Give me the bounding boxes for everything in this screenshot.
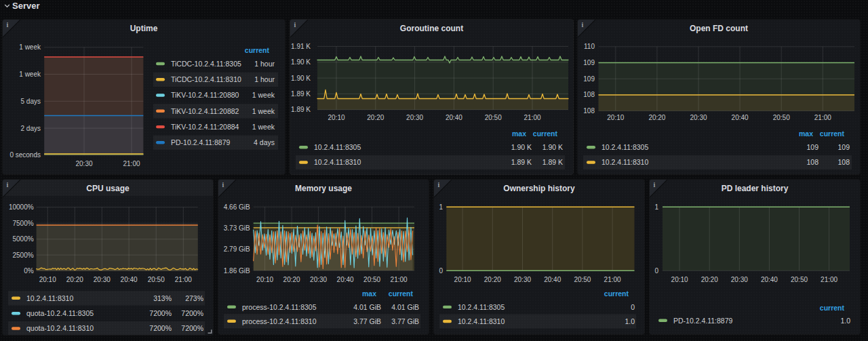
svg-text:4 days: 4 days bbox=[254, 138, 275, 146]
svg-text:process-10.2.4.11:8310: process-10.2.4.11:8310 bbox=[242, 317, 317, 325]
svg-text:10.2.4.11:8310: 10.2.4.11:8310 bbox=[601, 158, 648, 166]
svg-text:20:10: 20:10 bbox=[607, 114, 624, 121]
svg-text:max: max bbox=[362, 289, 376, 298]
svg-text:7500%: 7500% bbox=[12, 220, 33, 227]
svg-text:7200%: 7200% bbox=[181, 324, 203, 332]
svg-text:20:20: 20:20 bbox=[648, 114, 665, 121]
svg-text:current: current bbox=[389, 289, 414, 298]
svg-text:10.2.4.11:8310: 10.2.4.11:8310 bbox=[26, 294, 73, 302]
svg-text:20:40: 20:40 bbox=[761, 276, 778, 283]
svg-text:20:10: 20:10 bbox=[39, 276, 56, 283]
svg-text:i: i bbox=[222, 181, 224, 188]
svg-text:0: 0 bbox=[654, 267, 658, 275]
svg-text:PD-10.2.4.11:8879: PD-10.2.4.11:8879 bbox=[171, 138, 231, 146]
svg-text:20:20: 20:20 bbox=[283, 276, 300, 283]
svg-text:4.01 GiB: 4.01 GiB bbox=[391, 303, 419, 311]
svg-text:i: i bbox=[582, 21, 584, 28]
svg-text:20:20: 20:20 bbox=[484, 276, 501, 283]
svg-text:20:10: 20:10 bbox=[671, 276, 688, 283]
svg-text:20:10: 20:10 bbox=[454, 276, 471, 283]
svg-text:20:30: 20:30 bbox=[406, 114, 423, 121]
svg-text:1.0: 1.0 bbox=[625, 317, 635, 325]
svg-text:20:10: 20:10 bbox=[328, 114, 344, 121]
svg-text:i: i bbox=[654, 181, 656, 188]
svg-text:20:30: 20:30 bbox=[75, 160, 92, 167]
svg-text:20:50: 20:50 bbox=[773, 114, 790, 121]
svg-text:20:30: 20:30 bbox=[690, 114, 707, 121]
svg-text:CPU usage: CPU usage bbox=[86, 184, 130, 193]
svg-text:20:20: 20:20 bbox=[66, 276, 83, 283]
svg-text:1.91 K: 1.91 K bbox=[291, 43, 311, 50]
svg-text:1: 1 bbox=[654, 203, 658, 211]
svg-text:313%: 313% bbox=[153, 294, 172, 302]
svg-text:20:20: 20:20 bbox=[367, 114, 384, 121]
svg-text:20:50: 20:50 bbox=[791, 276, 808, 283]
svg-text:108: 108 bbox=[583, 107, 595, 115]
svg-text:1.89 K: 1.89 K bbox=[542, 158, 563, 166]
svg-text:21:00: 21:00 bbox=[123, 160, 140, 167]
svg-text:1.90 K: 1.90 K bbox=[511, 143, 532, 151]
svg-text:1 week: 1 week bbox=[252, 107, 275, 115]
svg-text:i: i bbox=[7, 181, 9, 188]
svg-text:0: 0 bbox=[631, 303, 635, 311]
svg-text:20:40: 20:40 bbox=[337, 276, 354, 283]
svg-text:0%: 0% bbox=[24, 267, 34, 275]
svg-text:4.01 GiB: 4.01 GiB bbox=[353, 303, 381, 311]
svg-text:Memory usage: Memory usage bbox=[295, 184, 352, 193]
svg-text:20:50: 20:50 bbox=[485, 114, 502, 121]
svg-text:1.86 GiB: 1.86 GiB bbox=[224, 267, 250, 275]
svg-text:3.77 GiB: 3.77 GiB bbox=[391, 317, 419, 325]
svg-text:1 week: 1 week bbox=[19, 43, 41, 51]
svg-text:current: current bbox=[245, 46, 270, 54]
svg-text:109: 109 bbox=[806, 143, 818, 151]
svg-text:20:40: 20:40 bbox=[121, 276, 138, 283]
svg-text:1.89 K: 1.89 K bbox=[511, 158, 532, 166]
svg-text:20:10: 20:10 bbox=[256, 276, 273, 283]
svg-text:108: 108 bbox=[583, 91, 595, 98]
svg-text:110: 110 bbox=[584, 43, 595, 50]
svg-text:1 hour: 1 hour bbox=[254, 75, 275, 83]
svg-text:current: current bbox=[820, 129, 845, 138]
svg-text:max: max bbox=[799, 129, 813, 138]
svg-text:i: i bbox=[294, 21, 296, 28]
svg-text:Open FD count: Open FD count bbox=[690, 24, 748, 33]
svg-text:4.66 GiB: 4.66 GiB bbox=[224, 203, 250, 211]
svg-text:108: 108 bbox=[806, 158, 818, 166]
svg-text:109: 109 bbox=[583, 75, 595, 83]
svg-text:7200%: 7200% bbox=[149, 309, 172, 317]
svg-text:Uptime: Uptime bbox=[130, 24, 158, 33]
svg-text:1 week: 1 week bbox=[252, 123, 275, 131]
svg-text:i: i bbox=[438, 181, 440, 188]
svg-text:1.90 K: 1.90 K bbox=[291, 75, 311, 82]
svg-text:10.2.4.11:8310: 10.2.4.11:8310 bbox=[314, 158, 361, 166]
svg-text:273%: 273% bbox=[185, 294, 203, 302]
svg-text:20:50: 20:50 bbox=[574, 276, 591, 283]
svg-text:TiKV-10.2.4.11:20882: TiKV-10.2.4.11:20882 bbox=[171, 107, 239, 115]
svg-text:20:30: 20:30 bbox=[310, 276, 327, 283]
svg-text:3.73 GiB: 3.73 GiB bbox=[224, 224, 250, 232]
svg-text:20:40: 20:40 bbox=[446, 114, 462, 121]
svg-text:3.77 GiB: 3.77 GiB bbox=[353, 317, 381, 325]
svg-text:7200%: 7200% bbox=[149, 324, 172, 332]
svg-text:10.2.4.11:8310: 10.2.4.11:8310 bbox=[458, 317, 505, 325]
svg-text:current: current bbox=[820, 304, 845, 312]
svg-text:109: 109 bbox=[583, 59, 595, 66]
svg-text:7200%: 7200% bbox=[181, 309, 203, 317]
svg-text:0 seconds: 0 seconds bbox=[9, 151, 41, 159]
svg-text:1 week: 1 week bbox=[252, 91, 275, 99]
svg-text:1: 1 bbox=[439, 203, 443, 211]
svg-text:10.2.4.11:8305: 10.2.4.11:8305 bbox=[314, 143, 361, 151]
svg-text:PD leader history: PD leader history bbox=[722, 184, 789, 193]
svg-text:PD-10.2.4.11:8879: PD-10.2.4.11:8879 bbox=[673, 317, 733, 325]
svg-text:21:00: 21:00 bbox=[814, 114, 831, 121]
svg-text:process-10.2.4.11:8305: process-10.2.4.11:8305 bbox=[242, 303, 317, 311]
svg-text:20:50: 20:50 bbox=[148, 276, 165, 283]
svg-text:5 days: 5 days bbox=[21, 98, 41, 105]
svg-text:20:40: 20:40 bbox=[544, 276, 561, 283]
svg-text:20:30: 20:30 bbox=[514, 276, 531, 283]
svg-text:current: current bbox=[604, 289, 629, 298]
svg-text:10.2.4.11:8305: 10.2.4.11:8305 bbox=[458, 303, 505, 311]
svg-text:2.79 GiB: 2.79 GiB bbox=[224, 245, 250, 253]
svg-text:2500%: 2500% bbox=[12, 252, 33, 259]
svg-text:10000%: 10000% bbox=[9, 203, 34, 211]
